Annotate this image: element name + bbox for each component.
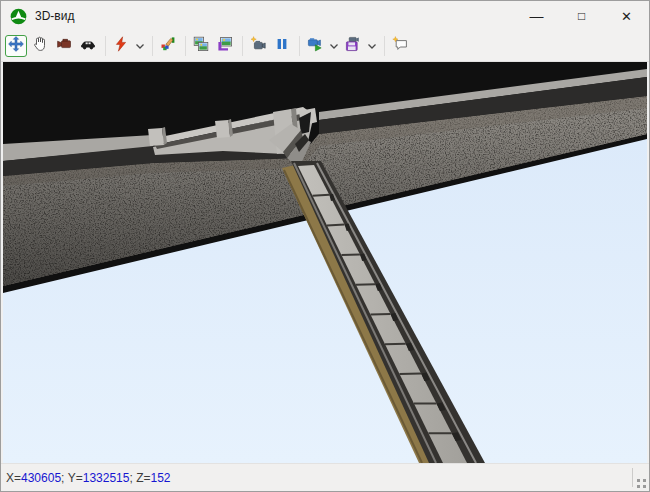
lightning-dropdown-chevron[interactable] xyxy=(134,35,146,57)
toolbar-separator xyxy=(384,36,385,56)
new-camera-tool-button[interactable] xyxy=(247,35,269,57)
save-camera-route-tool-button[interactable] xyxy=(342,35,364,57)
drive-car-tool-button[interactable] xyxy=(77,35,99,57)
3d-viewport[interactable] xyxy=(1,62,649,463)
window-title: 3D-вид xyxy=(35,9,74,23)
new-camera-icon xyxy=(250,36,266,56)
toolbar xyxy=(1,31,649,62)
save-camera-dropdown-chevron[interactable] xyxy=(366,35,378,57)
pan-tool-button[interactable] xyxy=(5,35,27,57)
flythrough-camera-tool-button[interactable] xyxy=(53,35,75,57)
pick-object-icon xyxy=(160,36,176,56)
coord-z-value: 152 xyxy=(150,471,170,485)
coord-separator: ; xyxy=(61,471,68,485)
coord-x-value: 430605 xyxy=(21,471,61,485)
maximize-button[interactable]: □ xyxy=(559,1,604,31)
copy-image-tool-button[interactable] xyxy=(190,35,212,57)
lightning-icon xyxy=(113,36,129,56)
close-button[interactable]: ✕ xyxy=(604,1,649,31)
image-monitor-icon xyxy=(217,36,233,56)
pan-arrows-icon xyxy=(8,36,24,56)
toolbar-separator xyxy=(152,36,153,56)
statusbar: X=430605; Y=1332515; Z=152 xyxy=(1,463,649,491)
screenshot-to-file-tool-button[interactable] xyxy=(214,35,236,57)
play-camera-route-tool-button[interactable] xyxy=(304,35,326,57)
app-junction-icon xyxy=(10,8,27,25)
statusbar-panel-separator xyxy=(632,468,633,487)
new-comment-icon xyxy=(392,36,408,56)
minimize-button[interactable]: — xyxy=(514,1,559,31)
play-camera-icon xyxy=(307,36,323,56)
coord-y-label: Y= xyxy=(68,471,83,485)
pick-object-tool-button[interactable] xyxy=(157,35,179,57)
toolbar-separator xyxy=(185,36,186,56)
hand-tool-button[interactable] xyxy=(29,35,51,57)
toolbar-separator xyxy=(105,36,106,56)
coord-x-label: X= xyxy=(6,471,21,485)
3d-view-window: 3D-вид — □ ✕ xyxy=(0,0,650,492)
car-icon xyxy=(80,36,96,56)
play-camera-dropdown-chevron[interactable] xyxy=(328,35,340,57)
save-camera-icon xyxy=(345,36,361,56)
toolbar-separator xyxy=(242,36,243,56)
lightning-effects-tool-button[interactable] xyxy=(110,35,132,57)
toolbar-separator xyxy=(299,36,300,56)
copy-image-icon xyxy=(193,36,209,56)
coord-z-label: Z= xyxy=(136,471,150,485)
hand-icon xyxy=(32,36,48,56)
pause-icon xyxy=(274,36,290,56)
pause-tool-button[interactable] xyxy=(271,35,293,57)
video-camera-icon xyxy=(56,36,72,56)
coord-y-value: 1332515 xyxy=(83,471,130,485)
coord-separator: ; xyxy=(129,471,136,485)
resize-grip[interactable] xyxy=(636,478,647,489)
new-comment-tool-button[interactable] xyxy=(389,35,411,57)
titlebar: 3D-вид — □ ✕ xyxy=(1,1,649,31)
